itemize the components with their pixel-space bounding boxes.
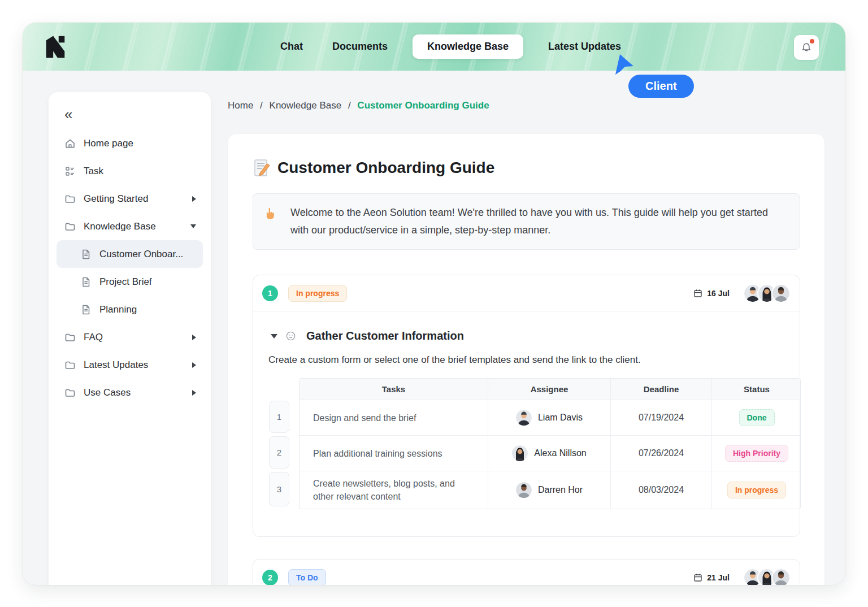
calendar-icon <box>693 289 702 298</box>
page-title-text: Customer Onboarding Guide <box>277 159 494 177</box>
nav-tab-documents[interactable]: Documents <box>328 34 392 59</box>
collapse-triangle-icon <box>271 334 277 339</box>
status-cell: In progress <box>711 471 801 509</box>
sidebar-item-home-page[interactable]: Home page <box>57 129 203 157</box>
tasks-table: 1 2 3 Tasks Assignee Deadline Status Des… <box>269 378 800 509</box>
avatar <box>512 445 528 461</box>
memo-icon <box>253 159 271 177</box>
assignee-name: Alexa Nillson <box>534 448 586 458</box>
section-status-tag[interactable]: In progress <box>288 285 347 302</box>
breadcrumb-knowledge-base[interactable]: Knowledge Base <box>270 100 342 111</box>
section-card-2: 2 To Do 21 Jul <box>253 559 800 585</box>
section-number-badge: 1 <box>262 285 278 301</box>
sidebar-item-getting-started[interactable]: Getting Started <box>57 185 203 213</box>
status-cell: Done <box>711 400 801 435</box>
sidebar-item-label: Use Cases <box>84 387 131 398</box>
row-number-column: 1 2 3 <box>269 401 289 509</box>
sidebar: « Home page Task Getting Started <box>49 92 211 585</box>
column-header-tasks: Tasks <box>300 379 488 400</box>
chevron-right-icon[interactable] <box>192 335 196 340</box>
top-nav: Chat Documents Knowledge Base Latest Upd… <box>276 23 626 71</box>
folder-icon <box>64 332 76 343</box>
section-1-body: Gather Customer Information Create a cus… <box>253 311 800 536</box>
deadline-cell: 08/03/2024 <box>610 471 711 509</box>
folder-icon <box>64 221 76 232</box>
assignee-name: Darren Hor <box>538 485 583 495</box>
deadline-cell: 07/26/2024 <box>610 436 711 471</box>
pointing-up-icon <box>263 206 277 220</box>
chevron-right-icon[interactable] <box>192 362 196 368</box>
sidebar-collapse-button[interactable]: « <box>64 107 72 122</box>
sidebar-item-label: Project Brief <box>99 276 152 288</box>
avatar <box>516 482 532 498</box>
table-header-row: Tasks Assignee Deadline Status <box>300 379 800 400</box>
sidebar-item-label: Task <box>84 166 103 177</box>
avatar <box>771 284 791 303</box>
chevron-right-icon[interactable] <box>192 390 196 396</box>
folder-icon <box>64 193 76 205</box>
table-row[interactable]: Design and send the brief Liam Davis 07/… <box>300 400 800 435</box>
assignee-cell: Liam Davis <box>488 400 610 435</box>
app-header: Chat Documents Knowledge Base Latest Upd… <box>23 23 845 71</box>
sidebar-item-label: Knowledge Base <box>84 221 156 232</box>
app-logo[interactable] <box>42 34 68 60</box>
deadline-cell: 07/19/2024 <box>610 400 711 435</box>
breadcrumb: Home / Knowledge Base / Customer Onboard… <box>228 100 489 111</box>
row-number[interactable]: 2 <box>269 436 289 469</box>
breadcrumb-separator: / <box>348 100 351 111</box>
chevron-down-icon[interactable] <box>190 224 196 228</box>
assignee-name: Liam Davis <box>538 413 583 423</box>
column-header-assignee: Assignee <box>488 379 610 400</box>
file-icon <box>80 304 92 315</box>
row-number[interactable]: 1 <box>269 401 289 433</box>
collaborator-cursor-label: Client <box>628 75 694 98</box>
task-cell: Create newsletters, blog posts, and othe… <box>300 471 488 509</box>
sidebar-item-latest-updates[interactable]: Latest Updates <box>57 351 203 379</box>
section-description: Create a custom form or select one of th… <box>268 354 800 366</box>
sidebar-item-task[interactable]: Task <box>57 157 203 185</box>
notification-unread-dot <box>810 39 814 44</box>
nav-tab-chat[interactable]: Chat <box>276 34 307 59</box>
breadcrumb-home[interactable]: Home <box>228 100 253 111</box>
notifications-button[interactable] <box>794 35 819 60</box>
row-number[interactable]: 3 <box>269 472 289 506</box>
sidebar-item-knowledge-base[interactable]: Knowledge Base <box>57 213 203 240</box>
task-cell: Design and send the brief <box>300 400 488 435</box>
assignee-cell: Alexa Nillson <box>488 436 610 471</box>
column-header-status: Status <box>711 379 801 400</box>
section-card-1: 1 In progress 16 Jul <box>253 275 800 537</box>
collaborator-cursor: Client <box>613 52 636 79</box>
document-card: Customer Onboarding Guide Welcome to the… <box>228 134 824 585</box>
sidebar-item-faq[interactable]: FAQ <box>57 323 203 351</box>
table: Tasks Assignee Deadline Status Design an… <box>299 378 801 509</box>
section-number-badge: 2 <box>262 570 278 586</box>
section-1-header: 1 In progress 16 Jul <box>253 275 800 311</box>
cursor-arrow-icon <box>613 52 636 77</box>
section-collapse-toggle[interactable]: Gather Customer Information <box>253 329 800 342</box>
sidebar-item-label: FAQ <box>84 332 103 343</box>
sidebar-item-project-brief[interactable]: Project Brief <box>57 268 203 296</box>
chevron-right-icon[interactable] <box>192 196 196 202</box>
nav-tab-knowledge-base[interactable]: Knowledge Base <box>413 34 523 59</box>
breadcrumb-separator: / <box>260 100 263 111</box>
calendar-icon <box>693 573 702 582</box>
folder-icon <box>64 387 76 398</box>
sidebar-item-planning[interactable]: Planning <box>57 296 203 323</box>
section-status-tag[interactable]: To Do <box>288 569 326 586</box>
task-icon <box>64 166 76 177</box>
sidebar-item-label: Customer Onboar... <box>99 249 183 260</box>
table-row[interactable]: Plan additional training sessions Alexa … <box>300 435 800 471</box>
home-icon <box>64 138 76 149</box>
table-row[interactable]: Create newsletters, blog posts, and othe… <box>300 471 800 509</box>
column-header-deadline: Deadline <box>610 379 711 400</box>
status-tag[interactable]: Done <box>739 409 775 426</box>
file-icon <box>80 276 92 288</box>
section-heading: Gather Customer Information <box>306 329 464 342</box>
section-avatars <box>743 284 791 303</box>
welcome-callout: Welcome to the Aeon Solution team! We're… <box>253 193 800 250</box>
sidebar-item-customer-onboarding[interactable]: Customer Onboar... <box>57 240 203 268</box>
file-icon <box>80 249 92 260</box>
sidebar-item-use-cases[interactable]: Use Cases <box>57 379 203 406</box>
status-tag[interactable]: In progress <box>727 482 786 498</box>
status-tag[interactable]: High Priority <box>725 445 788 462</box>
